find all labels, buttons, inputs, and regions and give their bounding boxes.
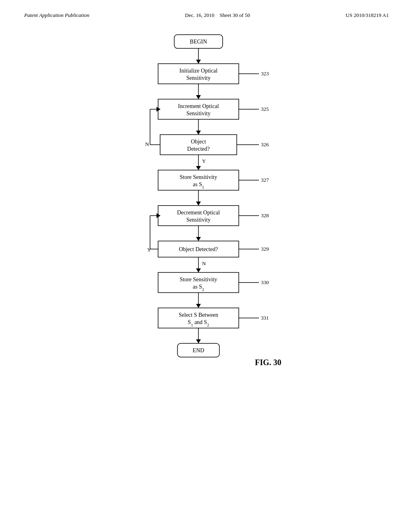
- header-publication-type: Patent Application Publication: [24, 12, 90, 19]
- ref-325: 325: [261, 106, 269, 112]
- ref-327: 327: [261, 177, 269, 183]
- node-323-label: Initialize Optical: [179, 68, 218, 74]
- node-325-label: Increment Optical: [178, 103, 219, 109]
- svg-marker-10: [196, 131, 201, 135]
- svg-marker-42: [196, 339, 201, 343]
- node-325-label2: Sensitivity: [186, 110, 211, 116]
- node-326-label2: Detected?: [187, 146, 210, 152]
- svg-marker-2: [196, 60, 201, 64]
- svg-marker-26: [196, 237, 201, 241]
- ref-331: 331: [261, 315, 269, 321]
- header-sheet: Sheet 30 of 50: [220, 12, 250, 18]
- ref-326: 326: [261, 141, 269, 148]
- header-date: Dec. 16, 2010: [185, 12, 215, 18]
- svg-marker-18: [196, 166, 201, 170]
- svg-marker-38: [196, 304, 201, 308]
- header-date-sheet: Dec. 16, 2010 Sheet 30 of 50: [185, 12, 250, 19]
- page-header: Patent Application Publication Dec. 16, …: [0, 0, 413, 19]
- label-y-329: Y: [147, 247, 151, 253]
- node-331-label: Select S Between: [179, 312, 218, 318]
- svg-marker-6: [196, 95, 201, 99]
- ref-323: 323: [261, 71, 269, 77]
- fig-caption: FIG. 30: [255, 358, 282, 367]
- node-327-label: Store Sensitivity: [180, 174, 217, 180]
- header-patent: US 2010/318219 A1: [346, 12, 389, 19]
- svg-marker-34: [196, 268, 201, 272]
- flowchart-diagram: BEGIN Initialize Optical Sensitivity 323…: [65, 27, 348, 494]
- node-328-label: Decrement Optical: [177, 210, 220, 216]
- node-326-label: Object: [191, 139, 206, 145]
- end-label: END: [193, 347, 204, 353]
- begin-label: BEGIN: [190, 39, 207, 45]
- ref-328: 328: [261, 212, 269, 218]
- label-n-329: N: [202, 260, 206, 266]
- ref-329: 329: [261, 246, 269, 252]
- svg-marker-22: [196, 202, 201, 206]
- ref-330: 330: [261, 279, 269, 285]
- node-329-label: Object Detected?: [179, 246, 218, 252]
- node-330-label: Store Sensitivity: [180, 276, 217, 283]
- label-n-326: N: [145, 141, 149, 147]
- label-y-326: Y: [202, 158, 206, 164]
- node-328-label2: Sensitivity: [186, 217, 211, 223]
- node-323-label2: Sensitivity: [186, 75, 211, 81]
